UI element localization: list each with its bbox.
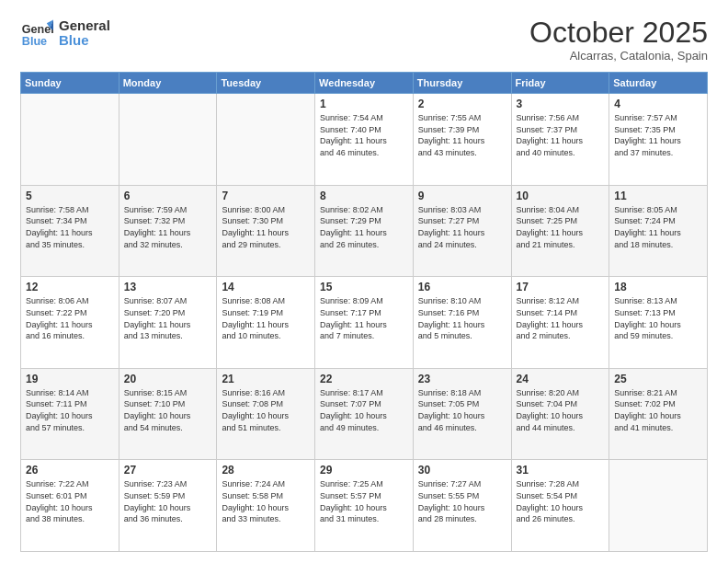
day-info: Sunrise: 8:06 AM Sunset: 7:22 PM Dayligh… — [26, 295, 114, 341]
day-number: 1 — [320, 98, 408, 110]
logo-text-line2: Blue — [59, 33, 110, 49]
day-info: Sunrise: 7:54 AM Sunset: 7:40 PM Dayligh… — [320, 112, 408, 158]
day-number: 16 — [418, 281, 506, 293]
calendar-cell: 6Sunrise: 7:59 AM Sunset: 7:32 PM Daylig… — [119, 185, 217, 277]
day-info: Sunrise: 7:25 AM Sunset: 5:57 PM Dayligh… — [320, 478, 408, 524]
day-info: Sunrise: 8:17 AM Sunset: 7:07 PM Dayligh… — [320, 387, 408, 433]
calendar-cell: 16Sunrise: 8:10 AM Sunset: 7:16 PM Dayli… — [413, 277, 511, 369]
week-row-2: 5Sunrise: 7:58 AM Sunset: 7:34 PM Daylig… — [21, 185, 708, 277]
day-number: 2 — [418, 98, 506, 110]
day-info: Sunrise: 7:28 AM Sunset: 5:54 PM Dayligh… — [517, 478, 605, 524]
day-number: 9 — [418, 190, 506, 202]
day-info: Sunrise: 8:07 AM Sunset: 7:20 PM Dayligh… — [124, 295, 212, 341]
day-info: Sunrise: 7:57 AM Sunset: 7:35 PM Dayligh… — [614, 112, 702, 158]
day-info: Sunrise: 7:24 AM Sunset: 5:58 PM Dayligh… — [222, 478, 310, 524]
header-friday: Friday — [511, 73, 609, 94]
day-info: Sunrise: 8:10 AM Sunset: 7:16 PM Dayligh… — [418, 295, 506, 341]
calendar-cell: 8Sunrise: 8:02 AM Sunset: 7:29 PM Daylig… — [315, 185, 414, 277]
calendar-cell: 31Sunrise: 7:28 AM Sunset: 5:54 PM Dayli… — [511, 460, 609, 552]
calendar-cell: 18Sunrise: 8:13 AM Sunset: 7:13 PM Dayli… — [609, 277, 708, 369]
calendar-cell: 2Sunrise: 7:55 AM Sunset: 7:39 PM Daylig… — [413, 94, 511, 186]
day-number: 31 — [517, 464, 605, 477]
calendar-cell: 20Sunrise: 8:15 AM Sunset: 7:10 PM Dayli… — [119, 368, 217, 460]
calendar-cell: 11Sunrise: 8:05 AM Sunset: 7:24 PM Dayli… — [609, 185, 708, 277]
day-number: 19 — [26, 373, 114, 385]
header-saturday: Saturday — [609, 73, 708, 94]
calendar-cell: 3Sunrise: 7:56 AM Sunset: 7:37 PM Daylig… — [511, 94, 609, 186]
week-row-1: 1Sunrise: 7:54 AM Sunset: 7:40 PM Daylig… — [21, 94, 708, 186]
day-info: Sunrise: 8:14 AM Sunset: 7:11 PM Dayligh… — [26, 387, 114, 433]
day-number: 7 — [222, 190, 310, 202]
day-number: 18 — [614, 281, 702, 293]
day-number: 12 — [26, 281, 114, 293]
day-number: 25 — [614, 373, 702, 385]
day-info: Sunrise: 8:18 AM Sunset: 7:05 PM Dayligh… — [418, 387, 506, 433]
day-number: 20 — [124, 373, 212, 385]
week-row-3: 12Sunrise: 8:06 AM Sunset: 7:22 PM Dayli… — [21, 277, 708, 369]
calendar-cell: 5Sunrise: 7:58 AM Sunset: 7:34 PM Daylig… — [21, 185, 119, 277]
calendar-cell: 30Sunrise: 7:27 AM Sunset: 5:55 PM Dayli… — [413, 460, 511, 552]
svg-text:Blue: Blue — [22, 35, 47, 48]
day-info: Sunrise: 8:20 AM Sunset: 7:04 PM Dayligh… — [517, 387, 605, 433]
day-number: 5 — [26, 190, 114, 202]
day-info: Sunrise: 7:27 AM Sunset: 5:55 PM Dayligh… — [418, 478, 506, 524]
day-info: Sunrise: 8:02 AM Sunset: 7:29 PM Dayligh… — [320, 204, 408, 250]
day-info: Sunrise: 8:12 AM Sunset: 7:14 PM Dayligh… — [517, 295, 605, 341]
calendar-table: Sunday Monday Tuesday Wednesday Thursday… — [20, 72, 708, 552]
calendar-cell: 21Sunrise: 8:16 AM Sunset: 7:08 PM Dayli… — [217, 368, 315, 460]
calendar-cell: 22Sunrise: 8:17 AM Sunset: 7:07 PM Dayli… — [315, 368, 414, 460]
logo: General Blue General Blue — [20, 17, 110, 50]
calendar-cell: 27Sunrise: 7:23 AM Sunset: 5:59 PM Dayli… — [119, 460, 217, 552]
calendar-cell — [609, 460, 708, 552]
day-number: 4 — [614, 98, 702, 110]
day-number: 14 — [222, 281, 310, 293]
calendar-cell: 13Sunrise: 8:07 AM Sunset: 7:20 PM Dayli… — [119, 277, 217, 369]
day-info: Sunrise: 8:03 AM Sunset: 7:27 PM Dayligh… — [418, 204, 506, 250]
logo-icon: General Blue — [20, 17, 53, 50]
day-number: 27 — [124, 464, 212, 477]
day-info: Sunrise: 8:05 AM Sunset: 7:24 PM Dayligh… — [614, 204, 702, 250]
day-info: Sunrise: 8:21 AM Sunset: 7:02 PM Dayligh… — [614, 387, 702, 433]
day-info: Sunrise: 8:09 AM Sunset: 7:17 PM Dayligh… — [320, 295, 408, 341]
header-thursday: Thursday — [413, 73, 511, 94]
day-info: Sunrise: 8:15 AM Sunset: 7:10 PM Dayligh… — [124, 387, 212, 433]
header: General Blue General Blue October 2025 A… — [20, 17, 708, 63]
header-wednesday: Wednesday — [315, 73, 414, 94]
header-monday: Monday — [119, 73, 217, 94]
month-title: October 2025 — [529, 17, 708, 49]
day-info: Sunrise: 7:58 AM Sunset: 7:34 PM Dayligh… — [26, 204, 114, 250]
calendar-cell: 9Sunrise: 8:03 AM Sunset: 7:27 PM Daylig… — [413, 185, 511, 277]
day-number: 15 — [320, 281, 408, 293]
day-number: 21 — [222, 373, 310, 385]
calendar-cell: 23Sunrise: 8:18 AM Sunset: 7:05 PM Dayli… — [413, 368, 511, 460]
day-info: Sunrise: 8:00 AM Sunset: 7:30 PM Dayligh… — [222, 204, 310, 250]
day-number: 22 — [320, 373, 408, 385]
calendar-cell: 25Sunrise: 8:21 AM Sunset: 7:02 PM Dayli… — [609, 368, 708, 460]
day-number: 30 — [418, 464, 506, 477]
week-row-5: 26Sunrise: 7:22 AM Sunset: 6:01 PM Dayli… — [21, 460, 708, 552]
day-info: Sunrise: 7:55 AM Sunset: 7:39 PM Dayligh… — [418, 112, 506, 158]
day-info: Sunrise: 7:59 AM Sunset: 7:32 PM Dayligh… — [124, 204, 212, 250]
day-number: 17 — [517, 281, 605, 293]
day-number: 28 — [222, 464, 310, 477]
logo-text-line1: General — [59, 18, 110, 34]
calendar-cell: 12Sunrise: 8:06 AM Sunset: 7:22 PM Dayli… — [21, 277, 119, 369]
day-info: Sunrise: 8:04 AM Sunset: 7:25 PM Dayligh… — [517, 204, 605, 250]
calendar-cell: 10Sunrise: 8:04 AM Sunset: 7:25 PM Dayli… — [511, 185, 609, 277]
header-sunday: Sunday — [21, 73, 119, 94]
day-number: 11 — [614, 190, 702, 202]
day-info: Sunrise: 7:56 AM Sunset: 7:37 PM Dayligh… — [517, 112, 605, 158]
week-row-4: 19Sunrise: 8:14 AM Sunset: 7:11 PM Dayli… — [21, 368, 708, 460]
day-info: Sunrise: 8:13 AM Sunset: 7:13 PM Dayligh… — [614, 295, 702, 341]
calendar-cell: 14Sunrise: 8:08 AM Sunset: 7:19 PM Dayli… — [217, 277, 315, 369]
day-number: 13 — [124, 281, 212, 293]
calendar-cell: 26Sunrise: 7:22 AM Sunset: 6:01 PM Dayli… — [21, 460, 119, 552]
calendar-cell: 28Sunrise: 7:24 AM Sunset: 5:58 PM Dayli… — [217, 460, 315, 552]
calendar-cell: 7Sunrise: 8:00 AM Sunset: 7:30 PM Daylig… — [217, 185, 315, 277]
title-block: October 2025 Alcarras, Catalonia, Spain — [529, 17, 708, 63]
page: General Blue General Blue October 2025 A… — [0, 0, 728, 563]
weekday-header-row: Sunday Monday Tuesday Wednesday Thursday… — [21, 73, 708, 94]
day-info: Sunrise: 7:22 AM Sunset: 6:01 PM Dayligh… — [26, 478, 114, 524]
day-number: 24 — [517, 373, 605, 385]
calendar-cell: 4Sunrise: 7:57 AM Sunset: 7:35 PM Daylig… — [609, 94, 708, 186]
